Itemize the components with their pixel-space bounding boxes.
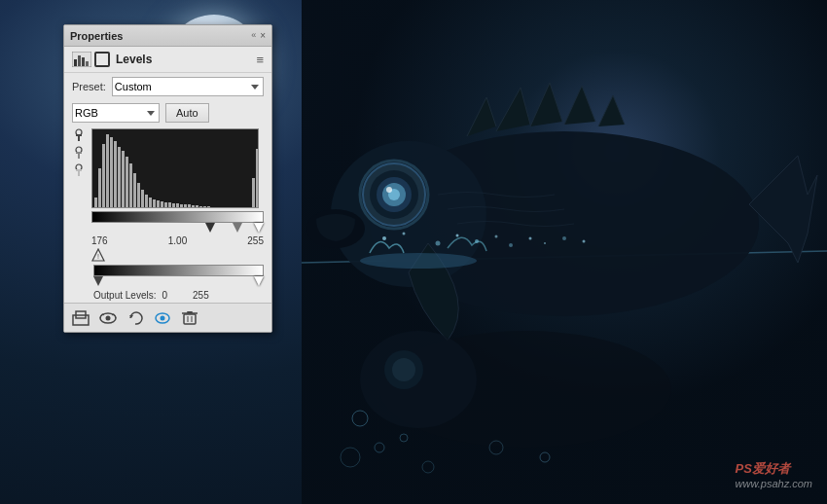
clip-to-layer-button[interactable] (72, 309, 90, 327)
svg-point-17 (475, 239, 479, 243)
input-gradient-bar (91, 211, 264, 223)
histogram-container (91, 128, 264, 208)
svg-point-9 (386, 187, 392, 193)
grey-eyedropper-icon[interactable] (72, 146, 86, 160)
panel-menu-icon[interactable]: ≡ (256, 53, 264, 67)
svg-rect-63 (149, 198, 152, 207)
collapse-button[interactable]: « (251, 31, 256, 40)
clip-warning-icon: ! (91, 248, 105, 262)
input-values-row: 176 1.00 255 (64, 234, 271, 247)
preset-select[interactable]: Custom (112, 77, 264, 96)
svg-rect-77 (203, 206, 206, 207)
eyedropper-tools (72, 128, 86, 177)
svg-rect-68 (168, 202, 171, 207)
clip-warning-row: ! (64, 247, 271, 263)
svg-rect-42 (76, 134, 82, 136)
output-gradient-bar (93, 265, 264, 276)
watermark: PS爱好者 www.psahz.com (736, 460, 812, 489)
svg-rect-74 (192, 205, 195, 207)
svg-rect-70 (176, 203, 179, 207)
svg-rect-36 (74, 59, 77, 66)
svg-point-13 (382, 236, 386, 240)
panel-title: Properties (70, 30, 123, 42)
auto-button[interactable]: Auto (165, 103, 209, 123)
panel-titlebar: Properties « × (64, 25, 271, 47)
preview-eye-icon (154, 310, 171, 326)
svg-point-20 (529, 237, 532, 240)
svg-rect-72 (184, 204, 187, 207)
input-black-value: 176 (91, 235, 108, 246)
undo-icon (127, 310, 143, 326)
output-values-row: Output Levels: 0 255 (93, 288, 264, 301)
svg-point-90 (161, 315, 165, 320)
bottom-toolbar (64, 303, 271, 332)
svg-rect-39 (86, 61, 89, 66)
svg-rect-64 (153, 199, 156, 207)
svg-rect-65 (157, 200, 160, 207)
clip-to-layer-toolbar-icon (72, 310, 90, 326)
svg-rect-52 (106, 134, 109, 207)
svg-point-18 (495, 235, 498, 238)
visibility-button[interactable] (99, 309, 117, 327)
output-white-value: 255 (193, 290, 209, 301)
white-input-handle[interactable] (254, 223, 264, 233)
output-handles (93, 276, 264, 288)
levels-header: Levels ≡ (64, 47, 271, 73)
mid-input-handle[interactable] (233, 223, 242, 233)
properties-panel: Properties « × Levels ≡ Preset: Cus (63, 24, 272, 333)
visibility-icon (99, 310, 117, 326)
svg-rect-45 (76, 152, 82, 154)
svg-rect-81 (256, 149, 259, 207)
svg-rect-58 (129, 163, 132, 207)
svg-text:!: ! (97, 253, 99, 260)
svg-rect-56 (122, 151, 125, 207)
svg-rect-55 (118, 147, 121, 207)
watermark-url: www.psahz.com (736, 478, 812, 489)
histogram-svg (91, 128, 259, 208)
black-input-handle[interactable] (205, 223, 215, 233)
output-section: Output Levels: 0 255 (64, 263, 271, 303)
input-white-value: 255 (247, 235, 264, 246)
svg-rect-91 (184, 314, 196, 324)
svg-rect-37 (78, 55, 81, 66)
svg-rect-53 (110, 137, 113, 207)
input-mid-value: 1.00 (168, 235, 187, 246)
white-eyedropper-icon[interactable] (72, 163, 86, 177)
svg-rect-59 (133, 173, 136, 207)
histogram-section (64, 128, 271, 208)
channel-row: RGB Red Green Blue Auto (64, 100, 271, 126)
delete-icon (182, 310, 198, 326)
svg-rect-69 (172, 203, 175, 207)
svg-rect-62 (145, 195, 148, 207)
svg-rect-76 (199, 206, 202, 207)
svg-point-27 (392, 358, 415, 381)
svg-rect-78 (207, 206, 210, 207)
black-eyedropper-icon[interactable] (72, 128, 86, 142)
input-slider-area (91, 211, 264, 234)
svg-rect-93 (187, 311, 193, 313)
svg-rect-61 (141, 190, 144, 207)
svg-rect-73 (188, 204, 191, 207)
svg-point-21 (544, 242, 546, 244)
svg-point-12 (360, 253, 477, 269)
svg-rect-48 (76, 169, 82, 171)
svg-rect-50 (98, 168, 101, 207)
delete-button[interactable] (181, 309, 198, 327)
svg-point-19 (509, 243, 513, 247)
close-button[interactable]: × (260, 31, 266, 41)
svg-rect-49 (94, 198, 97, 207)
levels-histogram-icon (72, 52, 91, 67)
preview-button[interactable] (154, 309, 171, 327)
black-output-handle[interactable] (93, 276, 103, 286)
svg-rect-38 (82, 57, 85, 66)
svg-point-22 (562, 236, 566, 240)
preset-row: Preset: Custom (64, 73, 271, 100)
white-output-handle[interactable] (254, 276, 264, 286)
svg-point-23 (583, 240, 586, 243)
watermark-brand: PS爱好者 (736, 460, 812, 478)
svg-rect-66 (161, 201, 163, 207)
channel-select[interactable]: RGB Red Green Blue (72, 103, 160, 123)
svg-rect-51 (102, 144, 105, 207)
reset-button[interactable] (126, 309, 144, 327)
clip-to-layer-icon[interactable] (94, 52, 110, 67)
